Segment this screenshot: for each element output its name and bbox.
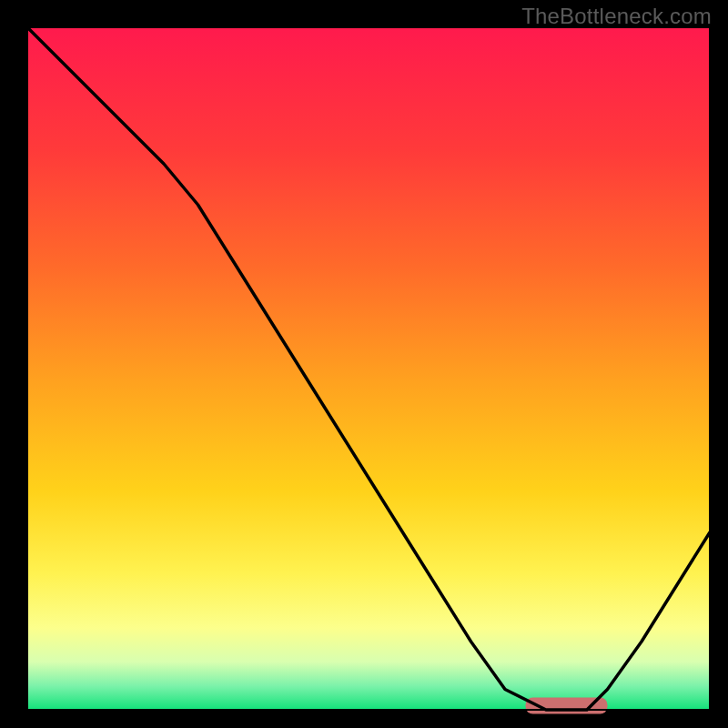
watermark-label: TheBottleneck.com	[521, 4, 712, 29]
chart-frame: TheBottleneck.com	[0, 0, 728, 728]
bottleneck-curve-chart	[0, 0, 728, 728]
